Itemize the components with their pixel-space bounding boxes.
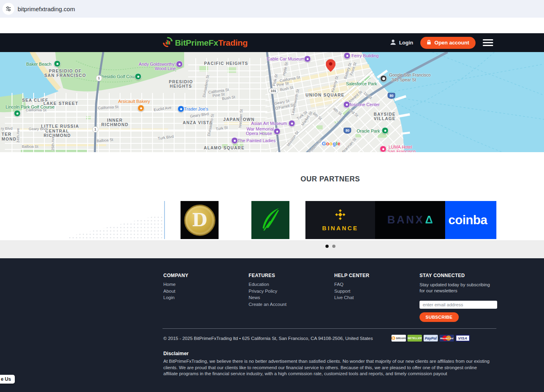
coinbase-wordmark: coinba [448, 213, 487, 227]
carousel-dot[interactable] [325, 245, 329, 248]
map-label: ALAMO SQUARE [204, 145, 245, 150]
map-label: Lincoln Park Golf Course [6, 105, 54, 109]
subscribe-button[interactable]: SUBSCRIBE [420, 312, 459, 322]
disclaimer-title: Disclaimer [163, 351, 189, 356]
footer-link[interactable]: Login [163, 295, 189, 300]
map-label: VILLAGE [374, 116, 396, 121]
route-shield: 1 [96, 75, 102, 81]
asian-art-museum-icon[interactable] [289, 120, 295, 127]
footer-link[interactable]: About [163, 289, 189, 293]
map-label: 345 Spear St [391, 77, 416, 82]
map-label: Geary Blvd [190, 111, 209, 118]
map-label: Wood Line [155, 66, 176, 71]
map-label: Battery St [343, 62, 352, 79]
map-label: 6th St [312, 111, 323, 121]
luma-hotel-icon[interactable] [380, 146, 387, 153]
site-logo[interactable]: BitPrimeFxTrading [162, 33, 248, 52]
oracle-park-icon[interactable] [382, 127, 389, 134]
map-label: Divisadero St [202, 74, 210, 98]
map-label: Bush St [280, 85, 294, 92]
map-label: Google San Francisco [389, 72, 431, 77]
map-label: Balboa St [22, 144, 38, 149]
map-label: Baker Beach [26, 62, 52, 66]
arsicault-bakery-icon[interactable] [138, 105, 145, 112]
partner-banxa[interactable]: BANXΔ [375, 201, 445, 239]
logo-text: BitPrimeFxTrading [175, 38, 248, 48]
map-label: Cable Car Museum [267, 56, 305, 61]
carousel-dots-strip [0, 240, 544, 258]
ferry-building-icon[interactable] [344, 52, 351, 59]
mastercard-badge: MasterCard [440, 335, 454, 342]
map-label: Brannan St [341, 137, 357, 152]
decorative-dots-pattern [68, 212, 166, 239]
browser-url-bar[interactable]: bitprimefxtrading.com [0, 0, 544, 18]
login-link[interactable]: Login [390, 39, 413, 46]
footer-link[interactable]: Create an Account [249, 302, 287, 307]
footer-link[interactable]: Education [249, 282, 287, 287]
presidio-golf-course-icon[interactable] [135, 73, 142, 80]
route-shield: 101 [269, 88, 278, 94]
footer-link[interactable]: Home [163, 282, 189, 287]
footer-link[interactable]: Privacy Policy [249, 289, 287, 293]
google-san-francisco-icon[interactable] [380, 75, 387, 82]
carousel-dot[interactable] [332, 245, 335, 248]
partners-carousel[interactable]: D [163, 201, 496, 239]
footer-column-title: FEATURES [249, 273, 287, 278]
map-label: Oracle Park [357, 129, 380, 133]
moscone-center-icon[interactable] [343, 101, 350, 108]
map-label: Euclid Ave [153, 105, 171, 112]
banxa-wordmark: BANX [387, 214, 425, 226]
map-label: TER [2, 132, 12, 137]
url-text[interactable]: bitprimefxtrading.com [18, 6, 75, 12]
partner-robinhood[interactable] [251, 201, 289, 239]
map-label: Geary St [274, 99, 290, 106]
partner-binance[interactable]: BINANCE [305, 201, 375, 239]
route-shield: 1 [92, 127, 98, 133]
map-label: Turk St [296, 110, 308, 121]
partner-coinbase[interactable]: coinba [445, 201, 496, 239]
binance-wordmark: BINANCE [322, 225, 359, 231]
map-label: LITTLE RUSSIA [41, 124, 79, 129]
footer-link[interactable]: Live Chat [334, 295, 369, 300]
menu-icon[interactable] [483, 38, 493, 48]
dogecoin-icon: D [184, 205, 215, 236]
banxa-delta-icon: Δ [425, 214, 433, 226]
footer-link[interactable]: Support [334, 289, 369, 293]
the-painted-ladies-icon[interactable] [231, 137, 238, 144]
wood-line-icon[interactable] [176, 61, 183, 68]
trader-joes-icon[interactable] [178, 106, 185, 113]
site-settings-icon[interactable] [2, 3, 14, 15]
map-label: Moscone Center [347, 102, 380, 107]
map-label: 34th Ave [16, 128, 20, 143]
baker-beach-icon[interactable] [54, 60, 61, 67]
war-memorial-opera-house-icon[interactable] [274, 128, 281, 135]
copyright-text: © 2015 - 2025 BitPrimeFxTrading ltd • 62… [163, 336, 373, 341]
footer-column-stay-connected: STAY CONNECTED Stay updated today by sub… [420, 273, 498, 322]
map-label: BAYSIDE [374, 112, 396, 117]
paypal-badge: PayPal [424, 335, 438, 342]
neteller-badge: NETELLER [407, 335, 422, 342]
disclaimer-text: At BitPrimeFxTrading, we believe there i… [163, 358, 491, 377]
map-label: PRESIDIO [169, 79, 193, 84]
open-account-button[interactable]: Open account [420, 37, 476, 49]
map[interactable]: PRESIDIO OFSAN FRANCISCOPACIFIC HEIGHTSP… [0, 52, 544, 152]
map-label: 4th St [332, 107, 343, 116]
chat-widget-button[interactable]: e Us [0, 375, 15, 384]
map-marker-pin[interactable] [326, 59, 335, 74]
footer-link[interactable]: News [249, 295, 287, 300]
map-label: Pine St [212, 92, 225, 98]
lincoln-park-golf-icon[interactable] [14, 110, 21, 117]
footer-divider [163, 328, 496, 329]
map-label: Andy Goldsworthy's [139, 62, 178, 66]
map-label: LAKE STREET [43, 101, 78, 106]
email-input[interactable] [420, 301, 497, 309]
footer-link[interactable]: FAQ [334, 282, 369, 287]
cable-car-museum-icon[interactable] [304, 56, 311, 62]
partner-dogecoin[interactable]: D [181, 201, 219, 239]
open-account-label: Open account [434, 40, 469, 46]
map-label: SEA CLIFF [22, 98, 48, 103]
map-label: PACIFIC HEIGHTS [204, 61, 248, 66]
carousel-scroll-indicator [164, 201, 165, 239]
carousel-dots [164, 245, 497, 248]
map-label: LUMA Hotel [389, 145, 412, 149]
